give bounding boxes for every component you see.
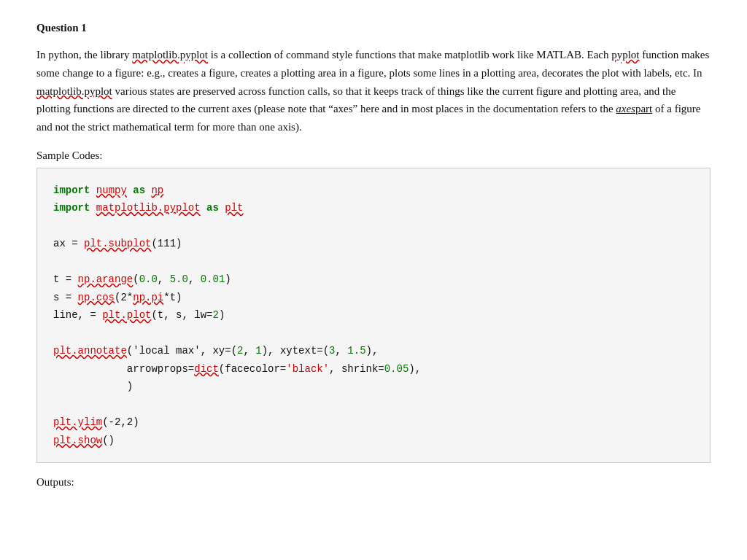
question-title: Question 1 [36, 22, 711, 34]
outputs-label: Outputs: [36, 476, 711, 489]
pyplot-ref: pyplot [611, 49, 639, 61]
paragraph-1: In python, the library matplotlib.pyplot… [36, 46, 711, 136]
code-block: import numpy as np import matplotlib.pyp… [36, 168, 711, 464]
question-section: Question 1 In python, the library matplo… [36, 22, 711, 489]
sample-codes-label: Sample Codes: [36, 149, 711, 162]
axespart-ref: axespart [616, 103, 652, 114]
matplotlib-pyplot-ref-1: matplotlib.pyplot [132, 49, 208, 61]
matplotlib-pyplot-ref-2: matplotlib.pyplot [36, 85, 112, 97]
